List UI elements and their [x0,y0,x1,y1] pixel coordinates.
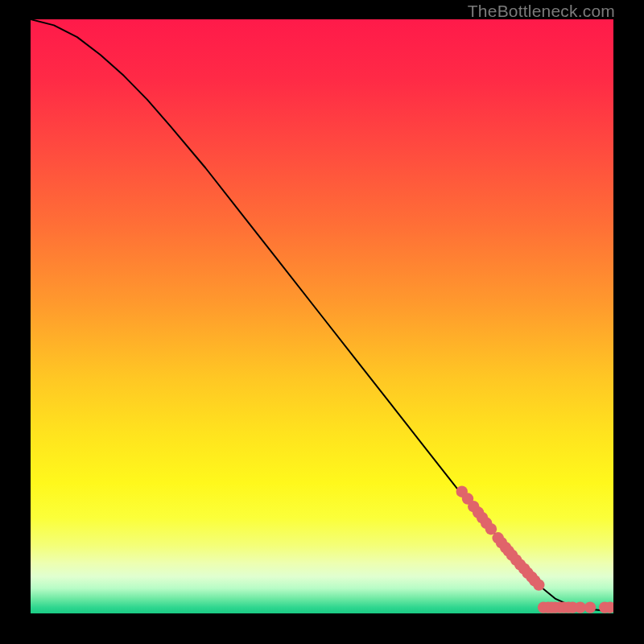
watermark-text: TheBottleneck.com [468,2,615,21]
scatter-point [533,579,544,590]
chart-stage: TheBottleneck.com [0,0,644,644]
scatter-layer [31,19,613,613]
scatter-point [584,601,596,613]
plot-area [31,19,613,613]
scatter-point [575,601,586,613]
